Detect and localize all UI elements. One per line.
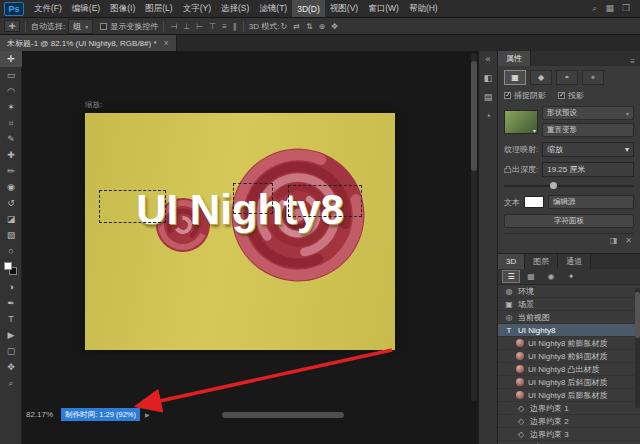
extrusion-depth-slider[interactable] xyxy=(504,182,634,190)
align-right-icon[interactable]: ⊢ xyxy=(195,22,204,31)
3d-tree-item[interactable]: UI Nighty8 后膨胀材质 xyxy=(498,389,640,402)
catch-shadows-checkbox[interactable]: 捕捉阴影 xyxy=(504,90,546,101)
menu-layer[interactable]: 图层(L) xyxy=(140,0,177,17)
shape-preset-dropdown[interactable]: 形状预设 ▾ xyxy=(542,106,634,120)
3d-tree-item[interactable]: ◇ 边界约束 3 xyxy=(498,428,640,441)
character-panel-button[interactable]: 字符面板 xyxy=(504,214,634,228)
search-icon[interactable]: ⌕ xyxy=(592,3,597,14)
tree-item-current-view[interactable]: ◎ 当前视图 xyxy=(498,311,640,324)
panel-tab[interactable]: 图层 xyxy=(525,254,558,269)
color-panel-icon[interactable]: ◧ xyxy=(484,73,493,83)
align-middle-icon[interactable]: ≡ xyxy=(221,22,228,31)
slider-knob[interactable] xyxy=(550,182,557,189)
color-swatches[interactable] xyxy=(0,259,22,279)
cap-icon[interactable]: ◓ xyxy=(556,70,578,85)
panel-scrollbar[interactable] xyxy=(635,288,640,408)
horizontal-scrollbar[interactable] xyxy=(222,412,344,418)
3d-scale-icon[interactable]: ✥ xyxy=(330,22,339,31)
3d-tree-item[interactable]: ◇ 边界约束 2 xyxy=(498,415,640,428)
panel-tab[interactable]: 通道 xyxy=(558,254,591,269)
brush-tool[interactable]: ✏ xyxy=(0,163,22,179)
mesh-icon[interactable]: ▦ xyxy=(504,70,526,85)
hand-tool[interactable]: ✥ xyxy=(0,359,22,375)
3d-roll-icon[interactable]: ⇄ xyxy=(292,22,301,31)
gradient-tool[interactable]: ▧ xyxy=(0,227,22,243)
collapse-panels-icon[interactable]: « xyxy=(485,54,490,64)
shape-tool[interactable]: ▢ xyxy=(0,343,22,359)
menu-select[interactable]: 选择(S) xyxy=(216,0,254,17)
3d-tree-item[interactable]: UI Nighty8 后斜面材质 xyxy=(498,376,640,389)
swatches-panel-icon[interactable]: ▤ xyxy=(484,92,493,102)
panel-tab[interactable]: 3D xyxy=(498,254,525,269)
canvas-area[interactable]: 缩放: UI Nighty8 xyxy=(22,51,478,444)
path-selection-tool[interactable]: ▶ xyxy=(0,327,22,343)
cast-shadows-checkbox[interactable]: 投影 xyxy=(558,90,584,101)
filter-light-icon[interactable]: ✦ xyxy=(562,270,580,283)
type-tool[interactable]: T xyxy=(0,311,22,327)
menu-help[interactable]: 帮助(H) xyxy=(404,0,443,17)
3d-tree-item[interactable]: ◇ 边界约束 1 xyxy=(498,402,640,415)
extrusion-depth-field[interactable]: 19.25 厘米 xyxy=(542,162,634,177)
document-tab[interactable]: 未标题-1 @ 82.1% (UI Nighty8, RGB/8#) * × xyxy=(0,35,177,51)
align-left-icon[interactable]: ⊣ xyxy=(169,22,178,31)
eyedropper-tool[interactable]: ✎ xyxy=(0,131,22,147)
clone-stamp-tool[interactable]: ◉ xyxy=(0,179,22,195)
zoom-tool[interactable]: ⌕ xyxy=(0,375,22,391)
status-flyout-icon[interactable]: ▶ xyxy=(145,411,150,418)
menu-view[interactable]: 视图(V) xyxy=(325,0,363,17)
tree-item-scene[interactable]: ▣ 场景 xyxy=(498,298,640,311)
shape-preset-thumbnail[interactable]: ▾ xyxy=(504,110,538,134)
lasso-tool[interactable]: ◠ xyxy=(0,83,22,99)
edit-source-button[interactable]: 编辑源 xyxy=(548,195,634,209)
close-icon[interactable]: × xyxy=(164,38,169,48)
photoshop-logo[interactable]: Ps xyxy=(4,2,24,16)
auto-select-dropdown[interactable]: 组 ▾ xyxy=(68,19,93,34)
3d-tree-item[interactable]: UI Nighty8 前斜面材质 xyxy=(498,350,640,363)
coordinates-icon[interactable]: ⌖ xyxy=(582,70,604,85)
show-transform-checkbox[interactable]: 显示变换控件 xyxy=(100,21,158,32)
tree-item-environment[interactable]: ◍ 环境 xyxy=(498,285,640,298)
menu-window[interactable]: 窗口(W) xyxy=(363,0,404,17)
3d-slide-icon[interactable]: ⊕ xyxy=(318,22,327,31)
align-top-icon[interactable]: ⊤ xyxy=(208,22,217,31)
align-vertical-center-icon[interactable]: ⊥ xyxy=(182,22,191,31)
foreground-color-swatch[interactable] xyxy=(4,262,12,270)
3d-rotate-icon[interactable]: ↻ xyxy=(279,22,288,31)
menu-edit[interactable]: 编辑(E) xyxy=(67,0,105,17)
grid-view-icon[interactable]: ▦ xyxy=(605,3,614,14)
text-color-swatch[interactable] xyxy=(524,196,544,208)
adjustments-panel-icon[interactable]: ◔ xyxy=(485,111,490,121)
tab-properties[interactable]: 属性 xyxy=(498,51,531,66)
vertical-scrollbar-thumb[interactable] xyxy=(471,61,477,171)
marquee-tool[interactable]: ▭ xyxy=(0,67,22,83)
filter-all-icon[interactable]: ☰ xyxy=(502,270,520,283)
3d-drag-icon[interactable]: ⇅ xyxy=(305,22,314,31)
pen-tool[interactable]: ✒ xyxy=(0,295,22,311)
healing-brush-tool[interactable]: ✚ xyxy=(0,147,22,163)
magic-wand-tool[interactable]: ✶ xyxy=(0,99,22,115)
menu-3d[interactable]: 3D(D) xyxy=(292,0,325,17)
workspace-icon[interactable]: ❐ xyxy=(622,3,630,14)
panel-scrollbar-thumb[interactable] xyxy=(635,292,640,338)
distribute-icon[interactable]: ∥ xyxy=(232,22,238,31)
artwork-canvas[interactable]: UI Nighty8 xyxy=(85,113,395,350)
3d-tree-item[interactable]: UI Nighty8 前膨胀材质 xyxy=(498,337,640,350)
move-tool[interactable]: ✛ xyxy=(0,51,22,67)
menu-image[interactable]: 图像(I) xyxy=(105,0,140,17)
texture-mapping-dropdown[interactable]: 缩放 ▾ xyxy=(542,142,634,157)
filter-material-icon[interactable]: ◉ xyxy=(542,270,560,283)
tree-item-mesh[interactable]: T UI Nighty8 xyxy=(498,324,640,337)
panel-menu-icon[interactable]: ≡ xyxy=(630,57,640,66)
eraser-tool[interactable]: ◪ xyxy=(0,211,22,227)
menu-file[interactable]: 文件(F) xyxy=(29,0,67,17)
render-icon[interactable]: ◨ xyxy=(610,236,618,245)
zoom-level-field[interactable]: 82.17% xyxy=(22,410,53,419)
3d-tree-item[interactable]: UI Nighty8 凸出材质 xyxy=(498,363,640,376)
reset-deform-button[interactable]: 重置变形 xyxy=(542,123,634,137)
dodge-tool[interactable]: ◑ xyxy=(0,279,22,295)
history-brush-tool[interactable]: ↺ xyxy=(0,195,22,211)
menu-filter[interactable]: 滤镜(T) xyxy=(254,0,292,17)
vertical-scrollbar[interactable] xyxy=(471,53,477,401)
blur-tool[interactable]: ○ xyxy=(0,243,22,259)
filter-mesh-icon[interactable]: ▦ xyxy=(522,270,540,283)
